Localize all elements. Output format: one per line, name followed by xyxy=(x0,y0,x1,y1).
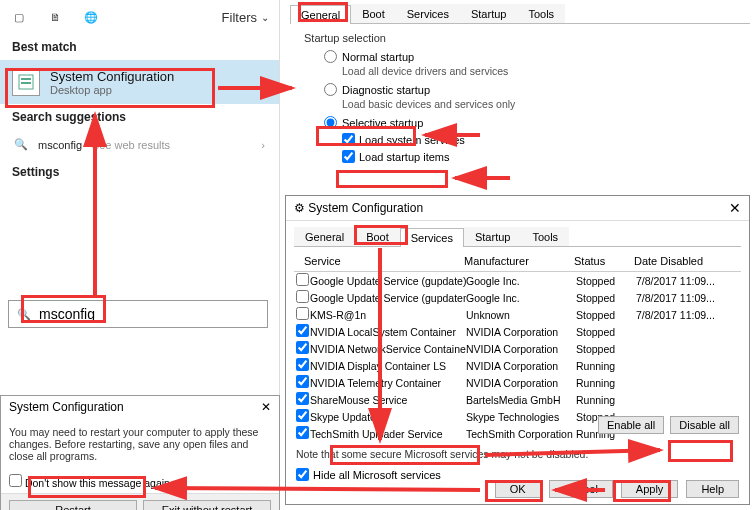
best-match-title: System Configuration xyxy=(50,69,174,84)
normal-startup-radio[interactable]: Normal startup xyxy=(290,48,750,65)
suggestion-hint: - See web results xyxy=(82,139,170,151)
restart-dialog-title: System Configuration xyxy=(9,400,124,414)
startup-selection-group: Startup selection xyxy=(290,24,750,48)
service-manufacturer: BartelsMedia GmbH xyxy=(466,394,576,406)
diagnostic-startup-radio[interactable]: Diagnostic startup xyxy=(290,81,750,98)
diagnostic-startup-sub: Load basic devices and services only xyxy=(290,98,750,114)
service-date-disabled: 7/8/2017 11:09... xyxy=(636,292,739,304)
cancel-button[interactable]: Cancel xyxy=(549,480,613,498)
settings-heading: Settings xyxy=(0,159,279,185)
service-manufacturer: NVIDIA Corporation xyxy=(466,326,576,338)
disable-all-button[interactable]: Disable all xyxy=(670,416,739,434)
service-name: Skype Updater xyxy=(310,411,466,423)
col-manufacturer[interactable]: Manufacturer xyxy=(464,255,574,267)
service-name: TechSmith Uploader Service xyxy=(310,428,466,440)
service-manufacturer: NVIDIA Corporation xyxy=(466,343,576,355)
service-row[interactable]: NVIDIA Display Container LSNVIDIA Corpor… xyxy=(294,357,741,374)
service-name: NVIDIA Display Container LS xyxy=(310,360,466,372)
best-match-result[interactable]: System Configuration Desktop app xyxy=(0,60,279,104)
help-button[interactable]: Help xyxy=(686,480,739,498)
close-icon[interactable]: ✕ xyxy=(261,400,271,414)
service-status: Running xyxy=(576,377,636,389)
normal-startup-sub: Load all device drivers and services xyxy=(290,65,750,81)
close-icon[interactable]: ✕ xyxy=(729,200,741,216)
service-name: NVIDIA Telemetry Container xyxy=(310,377,466,389)
service-row[interactable]: KMS-R@1nUnknownStopped7/8/2017 11:09... xyxy=(294,306,741,323)
suggestion-text: msconfig xyxy=(38,139,82,151)
filters-dropdown[interactable]: Filters ⌄ xyxy=(222,10,269,25)
service-row[interactable]: NVIDIA Telemetry ContainerNVIDIA Corpora… xyxy=(294,374,741,391)
tab-tools[interactable]: Tools xyxy=(521,227,569,246)
tab-general[interactable]: General xyxy=(294,227,355,246)
service-row[interactable]: NVIDIA LocalSystem ContainerNVIDIA Corpo… xyxy=(294,323,741,340)
restart-dialog: System Configuration ✕ You may need to r… xyxy=(0,395,280,510)
document-icon[interactable]: 🗎 xyxy=(46,8,64,26)
tab-startup[interactable]: Startup xyxy=(464,227,521,246)
chevron-down-icon: ⌄ xyxy=(261,12,269,23)
service-name: ShareMouse Service xyxy=(310,394,466,406)
service-row[interactable]: ShareMouse ServiceBartelsMedia GmbHRunni… xyxy=(294,391,741,408)
app-icon[interactable]: ▢ xyxy=(10,8,28,26)
annotation-box xyxy=(336,170,448,188)
service-name: Google Update Service (gupdatem) xyxy=(310,292,466,304)
chevron-right-icon: › xyxy=(261,139,265,151)
tab-services[interactable]: Services xyxy=(400,228,464,247)
service-row[interactable]: Google Update Service (gupdatem)Google I… xyxy=(294,289,741,306)
svg-rect-1 xyxy=(21,78,31,80)
service-status: Stopped xyxy=(576,309,636,321)
tab-startup[interactable]: Startup xyxy=(460,4,517,23)
service-status: Stopped xyxy=(576,275,636,287)
tab-boot[interactable]: Boot xyxy=(355,227,400,246)
service-manufacturer: NVIDIA Corporation xyxy=(466,360,576,372)
search-icon: 🔍 xyxy=(17,308,31,321)
service-manufacturer: NVIDIA Corporation xyxy=(466,377,576,389)
tab-tools[interactable]: Tools xyxy=(517,4,565,23)
tab-services[interactable]: Services xyxy=(396,4,460,23)
svg-rect-2 xyxy=(21,82,31,84)
load-startup-items-checkbox[interactable]: Load startup items xyxy=(290,148,750,165)
restart-button[interactable]: Restart xyxy=(9,500,137,510)
service-name: KMS-R@1n xyxy=(310,309,466,321)
msconfig-services-dialog: ⚙ System Configuration ✕ General Boot Se… xyxy=(285,195,750,505)
filters-label: Filters xyxy=(222,10,257,25)
selective-startup-radio[interactable]: Selective startup xyxy=(290,114,750,131)
service-name: NVIDIA NetworkService Container xyxy=(310,343,466,355)
tab-boot[interactable]: Boot xyxy=(351,4,396,23)
services-note: Note that some secure Microsoft services… xyxy=(286,442,749,466)
gear-icon: ⚙ xyxy=(294,201,305,215)
msconfig-services-tabs: General Boot Services Startup Tools xyxy=(294,227,741,247)
col-service[interactable]: Service xyxy=(304,255,464,267)
suggestions-heading: Search suggestions xyxy=(0,104,279,130)
service-date-disabled: 7/8/2017 11:09... xyxy=(636,309,739,321)
search-input[interactable] xyxy=(39,306,259,322)
restart-dialog-message: You may need to restart your computer to… xyxy=(1,418,279,470)
exit-without-restart-button[interactable]: Exit without restart xyxy=(143,500,271,510)
search-icon: 🔍 xyxy=(14,138,28,151)
msconfig-tabs: General Boot Services Startup Tools xyxy=(290,4,750,24)
dialog-title: System Configuration xyxy=(308,201,423,215)
msconfig-general-panel: General Boot Services Startup Tools Star… xyxy=(290,4,750,165)
service-status: Stopped xyxy=(576,326,636,338)
services-header: Service Manufacturer Status Date Disable… xyxy=(294,251,741,272)
web-icon[interactable]: 🌐 xyxy=(82,8,100,26)
service-status: Stopped xyxy=(576,343,636,355)
service-status: Running xyxy=(576,360,636,372)
apply-button[interactable]: Apply xyxy=(621,480,679,498)
service-manufacturer: Google Inc. xyxy=(466,275,576,287)
tab-general[interactable]: General xyxy=(290,5,351,24)
col-status[interactable]: Status xyxy=(574,255,634,267)
enable-all-button[interactable]: Enable all xyxy=(598,416,664,434)
service-row[interactable]: Google Update Service (gupdate)Google In… xyxy=(294,272,741,289)
msconfig-app-icon xyxy=(12,68,40,96)
col-date-disabled[interactable]: Date Disabled xyxy=(634,255,731,267)
service-status: Running xyxy=(576,394,636,406)
service-name: NVIDIA LocalSystem Container xyxy=(310,326,466,338)
search-box[interactable]: 🔍 xyxy=(8,300,268,328)
best-match-subtitle: Desktop app xyxy=(50,84,174,96)
dont-show-checkbox[interactable]: Don't show this message again. xyxy=(9,477,173,489)
service-row[interactable]: NVIDIA NetworkService ContainerNVIDIA Co… xyxy=(294,340,741,357)
load-system-services-checkbox[interactable]: Load system services xyxy=(290,131,750,148)
suggestion-row[interactable]: 🔍 msconfig - See web results › xyxy=(0,130,279,159)
ok-button[interactable]: OK xyxy=(495,480,541,498)
service-status: Stopped xyxy=(576,292,636,304)
